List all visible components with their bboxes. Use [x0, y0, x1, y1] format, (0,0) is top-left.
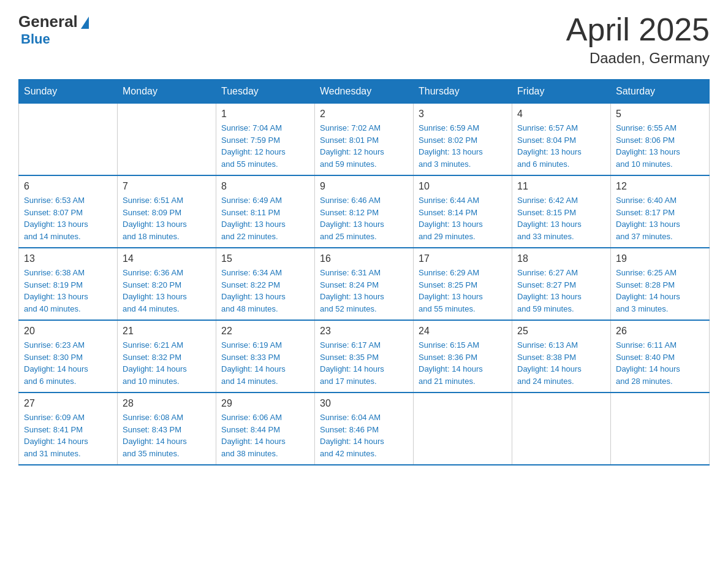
calendar-cell: 13Sunrise: 6:38 AM Sunset: 8:19 PM Dayli… — [19, 248, 118, 320]
calendar-cell: 21Sunrise: 6:21 AM Sunset: 8:32 PM Dayli… — [118, 320, 216, 393]
day-info: Sunrise: 6:57 AM Sunset: 8:04 PM Dayligh… — [517, 122, 605, 170]
day-number: 17 — [419, 253, 507, 264]
calendar-cell: 1Sunrise: 7:04 AM Sunset: 7:59 PM Daylig… — [216, 104, 315, 176]
calendar-cell: 11Sunrise: 6:42 AM Sunset: 8:15 PM Dayli… — [512, 175, 611, 248]
calendar-cell — [19, 104, 118, 176]
day-number: 9 — [320, 181, 408, 192]
day-number: 15 — [221, 253, 309, 264]
day-of-week-header: Tuesday — [216, 80, 315, 104]
day-number: 7 — [123, 181, 211, 192]
day-info: Sunrise: 6:36 AM Sunset: 8:20 PM Dayligh… — [123, 267, 211, 315]
day-number: 26 — [616, 326, 704, 337]
day-info: Sunrise: 6:08 AM Sunset: 8:43 PM Dayligh… — [123, 412, 211, 459]
day-info: Sunrise: 6:27 AM Sunset: 8:27 PM Dayligh… — [517, 267, 605, 315]
day-info: Sunrise: 6:51 AM Sunset: 8:09 PM Dayligh… — [123, 194, 211, 242]
calendar-cell: 28Sunrise: 6:08 AM Sunset: 8:43 PM Dayli… — [118, 393, 216, 465]
day-info: Sunrise: 6:59 AM Sunset: 8:02 PM Dayligh… — [419, 122, 507, 170]
day-number: 24 — [419, 326, 507, 337]
calendar-cell: 19Sunrise: 6:25 AM Sunset: 8:28 PM Dayli… — [611, 248, 710, 320]
calendar-cell — [118, 104, 216, 176]
calendar-table: SundayMondayTuesdayWednesdayThursdayFrid… — [18, 79, 710, 465]
day-number: 6 — [24, 181, 112, 192]
day-number: 8 — [221, 181, 309, 192]
calendar-cell: 17Sunrise: 6:29 AM Sunset: 8:25 PM Dayli… — [414, 248, 512, 320]
day-of-week-header: Wednesday — [315, 80, 414, 104]
day-info: Sunrise: 6:40 AM Sunset: 8:17 PM Dayligh… — [616, 194, 704, 242]
day-info: Sunrise: 6:06 AM Sunset: 8:44 PM Dayligh… — [221, 412, 309, 459]
calendar-cell: 3Sunrise: 6:59 AM Sunset: 8:02 PM Daylig… — [414, 104, 512, 176]
day-of-week-header: Thursday — [414, 80, 512, 104]
day-info: Sunrise: 6:04 AM Sunset: 8:46 PM Dayligh… — [320, 412, 408, 459]
day-info: Sunrise: 6:13 AM Sunset: 8:38 PM Dayligh… — [517, 339, 605, 387]
day-info: Sunrise: 6:34 AM Sunset: 8:22 PM Dayligh… — [221, 267, 309, 315]
calendar-cell: 9Sunrise: 6:46 AM Sunset: 8:12 PM Daylig… — [315, 175, 414, 248]
logo-general-text: General — [18, 12, 78, 31]
day-number: 2 — [320, 109, 408, 120]
calendar-week-row: 1Sunrise: 7:04 AM Sunset: 7:59 PM Daylig… — [19, 104, 710, 176]
calendar-cell — [512, 393, 611, 465]
day-number: 27 — [24, 398, 112, 409]
day-number: 16 — [320, 253, 408, 264]
day-number: 11 — [517, 181, 605, 192]
day-of-week-header: Friday — [512, 80, 611, 104]
calendar-cell: 16Sunrise: 6:31 AM Sunset: 8:24 PM Dayli… — [315, 248, 414, 320]
calendar-week-row: 20Sunrise: 6:23 AM Sunset: 8:30 PM Dayli… — [19, 320, 710, 393]
day-info: Sunrise: 6:23 AM Sunset: 8:30 PM Dayligh… — [24, 339, 112, 387]
calendar-week-row: 13Sunrise: 6:38 AM Sunset: 8:19 PM Dayli… — [19, 248, 710, 320]
calendar-cell: 22Sunrise: 6:19 AM Sunset: 8:33 PM Dayli… — [216, 320, 315, 393]
day-info: Sunrise: 6:09 AM Sunset: 8:41 PM Dayligh… — [24, 412, 112, 459]
day-info: Sunrise: 6:49 AM Sunset: 8:11 PM Dayligh… — [221, 194, 309, 242]
day-number: 29 — [221, 398, 309, 409]
calendar-cell: 4Sunrise: 6:57 AM Sunset: 8:04 PM Daylig… — [512, 104, 611, 176]
day-number: 4 — [517, 109, 605, 120]
day-number: 13 — [24, 253, 112, 264]
page-title: April 2025 — [566, 12, 710, 47]
day-number: 20 — [24, 326, 112, 337]
calendar-header-row: SundayMondayTuesdayWednesdayThursdayFrid… — [19, 80, 710, 104]
day-info: Sunrise: 6:11 AM Sunset: 8:40 PM Dayligh… — [616, 339, 704, 387]
calendar-cell — [414, 393, 512, 465]
day-info: Sunrise: 6:21 AM Sunset: 8:32 PM Dayligh… — [123, 339, 211, 387]
day-number: 25 — [517, 326, 605, 337]
logo-top-row: General — [18, 12, 89, 31]
day-number: 3 — [419, 109, 507, 120]
title-section: April 2025 Daaden, Germany — [566, 12, 710, 67]
day-info: Sunrise: 6:38 AM Sunset: 8:19 PM Dayligh… — [24, 267, 112, 315]
day-number: 12 — [616, 181, 704, 192]
calendar-cell: 20Sunrise: 6:23 AM Sunset: 8:30 PM Dayli… — [19, 320, 118, 393]
day-number: 22 — [221, 326, 309, 337]
logo-wrapper: General Blue — [18, 12, 89, 47]
day-number: 21 — [123, 326, 211, 337]
calendar-cell: 15Sunrise: 6:34 AM Sunset: 8:22 PM Dayli… — [216, 248, 315, 320]
day-info: Sunrise: 7:04 AM Sunset: 7:59 PM Dayligh… — [221, 122, 309, 170]
calendar-cell: 18Sunrise: 6:27 AM Sunset: 8:27 PM Dayli… — [512, 248, 611, 320]
day-number: 18 — [517, 253, 605, 264]
day-of-week-header: Monday — [118, 80, 216, 104]
calendar-cell: 23Sunrise: 6:17 AM Sunset: 8:35 PM Dayli… — [315, 320, 414, 393]
day-number: 19 — [616, 253, 704, 264]
calendar-cell: 25Sunrise: 6:13 AM Sunset: 8:38 PM Dayli… — [512, 320, 611, 393]
day-number: 14 — [123, 253, 211, 264]
calendar-cell: 14Sunrise: 6:36 AM Sunset: 8:20 PM Dayli… — [118, 248, 216, 320]
day-of-week-header: Saturday — [611, 80, 710, 104]
day-info: Sunrise: 7:02 AM Sunset: 8:01 PM Dayligh… — [320, 122, 408, 170]
calendar-cell: 8Sunrise: 6:49 AM Sunset: 8:11 PM Daylig… — [216, 175, 315, 248]
day-info: Sunrise: 6:19 AM Sunset: 8:33 PM Dayligh… — [221, 339, 309, 387]
day-info: Sunrise: 6:29 AM Sunset: 8:25 PM Dayligh… — [419, 267, 507, 315]
day-info: Sunrise: 6:17 AM Sunset: 8:35 PM Dayligh… — [320, 339, 408, 387]
calendar-cell: 29Sunrise: 6:06 AM Sunset: 8:44 PM Dayli… — [216, 393, 315, 465]
day-number: 28 — [123, 398, 211, 409]
day-number: 1 — [221, 109, 309, 120]
day-of-week-header: Sunday — [19, 80, 118, 104]
calendar-cell: 24Sunrise: 6:15 AM Sunset: 8:36 PM Dayli… — [414, 320, 512, 393]
page-subtitle: Daaden, Germany — [566, 50, 710, 67]
calendar-cell: 12Sunrise: 6:40 AM Sunset: 8:17 PM Dayli… — [611, 175, 710, 248]
day-info: Sunrise: 6:55 AM Sunset: 8:06 PM Dayligh… — [616, 122, 704, 170]
day-number: 30 — [320, 398, 408, 409]
day-info: Sunrise: 6:44 AM Sunset: 8:14 PM Dayligh… — [419, 194, 507, 242]
day-info: Sunrise: 6:46 AM Sunset: 8:12 PM Dayligh… — [320, 194, 408, 242]
logo-blue-text: Blue — [21, 31, 50, 47]
logo: General Blue — [18, 12, 89, 47]
calendar-week-row: 6Sunrise: 6:53 AM Sunset: 8:07 PM Daylig… — [19, 175, 710, 248]
page-header: General Blue April 2025 Daaden, Germany — [18, 12, 710, 67]
